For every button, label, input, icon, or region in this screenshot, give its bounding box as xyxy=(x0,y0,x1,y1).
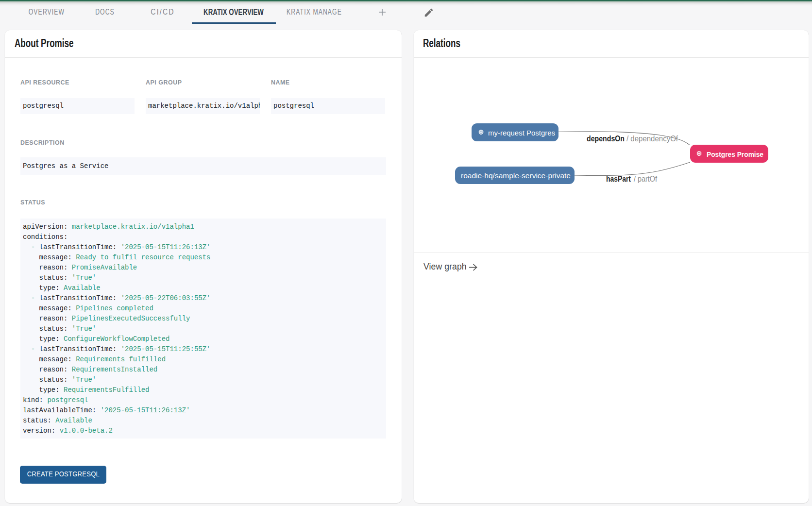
svg-text:/ partOf: / partOf xyxy=(634,175,657,183)
svg-text:/ dependencyOf: / dependencyOf xyxy=(626,135,678,143)
svg-text:dependsOn: dependsOn xyxy=(587,135,625,143)
svg-text:hasPart: hasPart xyxy=(606,175,631,183)
svg-text:roadie-hq/sample-service-priva: roadie-hq/sample-service-private xyxy=(461,171,571,180)
svg-text:my-request Postgres: my-request Postgres xyxy=(488,129,555,137)
svg-text:Postgres Promise: Postgres Promise xyxy=(707,150,763,158)
